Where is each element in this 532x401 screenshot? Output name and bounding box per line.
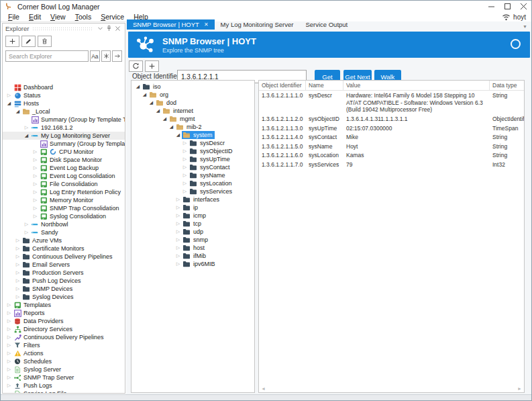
tree-item[interactable]: ▷host [131,244,254,252]
table-row[interactable]: 1.3.6.1.2.1.1.3.0sysUpTime02:15:07.03000… [259,124,524,133]
column-header[interactable]: Name [306,81,343,90]
tree-item[interactable]: ▷Log Entry Retention Policy [3,188,125,196]
tree-item[interactable]: ▷Directory Services [3,325,125,333]
tree-item[interactable]: ▷udp [131,228,254,236]
expander-closed-icon[interactable]: ▷ [174,237,182,242]
tree-item[interactable]: ▷Production Servers [3,269,125,277]
expander-closed-icon[interactable]: ▷ [14,286,21,292]
search-go-button[interactable] [112,50,122,62]
tree-item[interactable]: ▷Status [3,91,125,99]
delete-button[interactable] [38,36,52,47]
expander-closed-icon[interactable]: ▷ [14,278,21,283]
horizontal-scrollbar[interactable]: ◄► [260,386,523,392]
expander-closed-icon[interactable]: ▷ [181,140,189,146]
expander-closed-icon[interactable]: ▷ [14,254,21,259]
expander-closed-icon[interactable]: ▷ [181,165,189,170]
tree-item[interactable]: ▷sysLocation [131,179,254,187]
expander-open-icon[interactable]: ◢ [141,92,148,97]
tree-item[interactable]: ▷ifMib [131,252,254,260]
expander-closed-icon[interactable]: ▷ [5,375,13,380]
tree-item[interactable]: ▷Push Logs [3,382,125,390]
expander-open-icon[interactable]: ◢ [154,108,162,114]
expander-closed-icon[interactable]: ▷ [5,326,13,332]
expander-closed-icon[interactable]: ▷ [14,270,21,275]
expander-open-icon[interactable]: ◢ [168,124,175,130]
expander-closed-icon[interactable]: ▷ [174,205,182,210]
tree-item[interactable]: ▷Push Log Devices [3,277,125,285]
menu-file[interactable]: File [3,13,24,21]
expander-closed-icon[interactable]: ▷ [174,213,182,218]
expander-closed-icon[interactable]: ▷ [23,222,30,227]
tree-item[interactable]: ▷Sandy [3,228,125,236]
expander-closed-icon[interactable]: ▷ [5,335,13,340]
search-input[interactable] [5,50,89,62]
expander-closed-icon[interactable]: ▷ [14,238,21,243]
minimize-button[interactable] [483,1,499,12]
tree-item[interactable]: ▷Memory Monitor [3,196,125,204]
scroll-right-icon[interactable]: ► [517,386,522,391]
tree-item[interactable]: ▷tcp [131,220,254,228]
expander-closed-icon[interactable]: ▷ [32,206,39,211]
tree-item[interactable]: ▷SNMP Devices [3,285,125,293]
expander-closed-icon[interactable]: ▷ [14,294,21,300]
expander-closed-icon[interactable]: ▷ [174,221,182,226]
tree-item[interactable]: ▷Schedules [3,357,125,365]
expander-closed-icon[interactable]: ▷ [5,310,13,316]
tree-item[interactable]: ▷CPU Monitor [3,148,125,156]
tree-item[interactable]: ▷sysUpTime [131,155,254,163]
table-row[interactable]: 1.3.6.1.2.1.1.7.0sysServices79Int32 [259,160,524,169]
close-button[interactable] [515,1,531,12]
expander-closed-icon[interactable]: ▷ [5,383,13,388]
tree-item[interactable]: ▷Continuous Delivery Pipelines [3,333,125,341]
pin-icon[interactable] [105,25,113,33]
tree-item[interactable]: Service Log File [3,390,125,393]
tab-overflow-chevron-icon[interactable]: ▼ [523,24,527,29]
tree-item[interactable]: ▷SNMP Trap Consolidation [3,204,125,212]
expander-closed-icon[interactable]: ▷ [181,189,189,194]
expander-open-icon[interactable]: ◢ [5,101,13,106]
menu-service[interactable]: Service [96,13,129,21]
tree-item[interactable]: ▷Email Servers [3,261,125,269]
tree-item[interactable]: Summary (Group by Template Type) [3,140,125,148]
tree-item[interactable]: ▷Certificate Monitors [3,244,125,253]
tree-item[interactable]: ▷icmp [131,212,254,220]
expander-closed-icon[interactable]: ▷ [14,262,21,267]
tree-item[interactable]: ▷sysServices [131,187,254,195]
tree-item[interactable]: ▷Disk Space Monitor [3,156,125,164]
expander-closed-icon[interactable]: ▷ [174,229,182,234]
expander-closed-icon[interactable]: ▷ [5,318,13,324]
table-row[interactable]: 1.3.6.1.2.1.1.1.0sysDescrHardware: Intel… [259,91,524,114]
tree-item[interactable]: ▷Data Providers [3,317,125,325]
tree-item[interactable]: ◢dod [131,99,254,107]
table-row[interactable]: 1.3.6.1.2.1.1.5.0sysNameHoytString [259,142,524,151]
tree-item[interactable]: ▷sysObjectID [131,147,254,155]
tree-item[interactable]: ▷Syslog Devices [3,293,125,301]
expander-closed-icon[interactable]: ▷ [32,157,39,163]
expander-open-icon[interactable]: ◢ [14,109,21,114]
tab-1[interactable]: My Log Monitoring Server [215,19,300,30]
expander-closed-icon[interactable]: ▷ [174,245,182,251]
expander-closed-icon[interactable]: ▷ [174,253,182,259]
edit-button[interactable] [21,36,36,47]
menu-tools[interactable]: Tools [70,13,97,21]
expander-closed-icon[interactable]: ▷ [181,173,189,178]
expander-closed-icon[interactable]: ▷ [174,197,182,202]
expander-open-icon[interactable]: ◢ [161,116,168,122]
search-options-button[interactable] [101,50,111,62]
add-button[interactable] [5,36,19,47]
tree-item[interactable]: ▷SNMP Trap Server [3,373,125,382]
tree-item[interactable]: ◢mib-2 [131,123,254,131]
tree-item[interactable]: ▷Event Log Consolidation [3,172,125,180]
expander-closed-icon[interactable]: ▷ [181,157,189,162]
expander-closed-icon[interactable]: ▷ [23,230,30,235]
tree-item[interactable]: ▷Event Log Backup [3,164,125,172]
tab-2[interactable]: Service Output [299,19,354,30]
tree-item[interactable]: ◢_Local [3,107,125,116]
tree-item[interactable]: ▷Actions [3,349,125,357]
scroll-left-icon[interactable]: ◄ [261,386,266,391]
tree-item[interactable]: ▷File Consolidation [3,180,125,188]
column-header[interactable]: Object Identifier [259,81,306,90]
expander-open-icon[interactable]: ◢ [23,133,30,138]
table-row[interactable]: 1.3.6.1.2.1.1.6.0sysLocationKamasString [259,150,524,160]
tab-close-icon[interactable]: ✕ [204,21,209,28]
